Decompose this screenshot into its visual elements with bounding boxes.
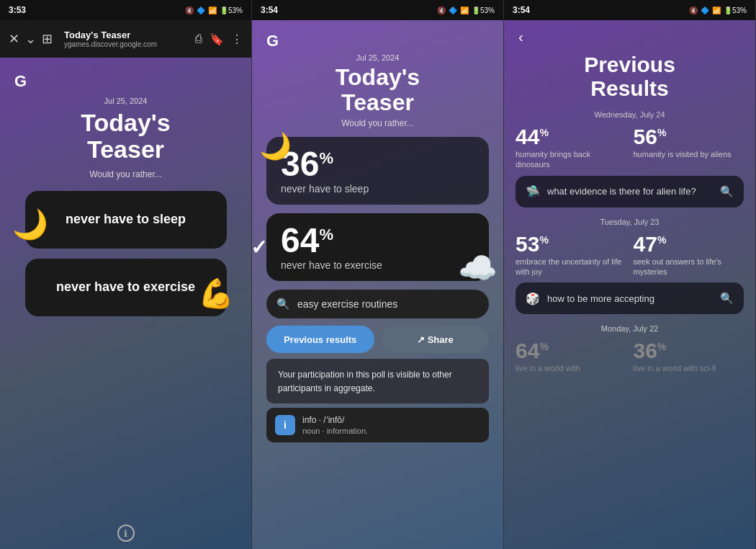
- chevron-down-icon[interactable]: ⌄: [25, 31, 36, 47]
- search-bar-2[interactable]: 🔍 easy exercise routines: [266, 290, 489, 318]
- toolbar-right: ⎙ 🔖 ⋮: [195, 32, 243, 46]
- stat-box-tue-1: 53% embrace the uncertainty of life with…: [516, 232, 626, 277]
- result-stats-mon: 64% live in a world with 36% live in a w…: [516, 339, 744, 373]
- dice-icon: 🎲: [526, 292, 540, 305]
- search-icon-tue: 🔍: [720, 292, 734, 305]
- status-icons-3: 🔇 🔷 📶 🔋53%: [689, 6, 747, 14]
- exercise-cloud-emoji: ☁️: [458, 249, 498, 287]
- day-section-wed: Wednesday, July 24 44% humanity brings b…: [516, 110, 744, 207]
- vote-label-2: never have to exercise: [281, 259, 382, 271]
- vote-percent-2: 64%: [281, 223, 333, 258]
- panel-3-content: PreviousResults Wednesday, July 24 44% h…: [504, 45, 755, 549]
- time-2: 3:54: [261, 5, 278, 15]
- result-stats-wed: 44% humanity brings back dinosaurs 56% h…: [516, 125, 744, 170]
- sleep-emoji: 🌙: [12, 207, 48, 241]
- stat-percent-tue-2: 47%: [634, 232, 744, 256]
- result-stats-tue: 53% embrace the uncertainty of life with…: [516, 232, 744, 277]
- menu-icon[interactable]: ⋮: [231, 32, 243, 46]
- option-card-2[interactable]: never have to exercise 💪: [25, 259, 227, 316]
- alien-icon: 🛸: [526, 184, 540, 198]
- bookmark-icon[interactable]: 🔖: [210, 32, 224, 46]
- toolbar-1: ✕ ⌄ ⊞ Today's Teaser ygames.discover.goo…: [0, 20, 251, 58]
- dict-icon: i: [275, 415, 295, 435]
- exercise-emoji: 💪: [198, 277, 234, 311]
- back-button[interactable]: ‹: [518, 29, 523, 45]
- share-button[interactable]: ↗ Share: [382, 326, 490, 353]
- google-logo-1: G: [14, 72, 27, 91]
- stat-box-tue-2: 47% seek out answers to life's mysteries: [634, 232, 744, 277]
- tooltip-box: Your participation in this poll is visib…: [266, 359, 489, 403]
- dictionary-bar[interactable]: i info · /ˈinfō/ noun · information.: [266, 408, 489, 442]
- option-1-text: never have to sleep: [66, 212, 186, 227]
- vote-card-2[interactable]: ✓ 64% never have to exercise ☁️: [266, 213, 489, 281]
- day-section-tue: Tuesday, July 23 53% embrace the uncerta…: [516, 218, 744, 315]
- search-text-2: easy exercise routines: [297, 298, 397, 310]
- result-search-wed[interactable]: 🛸 what evidence is there for alien life?…: [516, 176, 744, 207]
- panel-3: 3:54 🔇 🔷 📶 🔋53% ‹ PreviousResults Wednes…: [504, 0, 756, 549]
- teaser-title-1: Today's Teaser: [81, 110, 171, 164]
- status-icons-1: 🔇 🔷 📶 🔋53%: [185, 6, 243, 14]
- dict-info: info · /ˈinfō/ noun · information.: [302, 415, 368, 435]
- time-3: 3:54: [513, 5, 530, 15]
- search-icon-2: 🔍: [276, 298, 290, 311]
- stat-percent-wed-1: 44%: [516, 125, 626, 149]
- stat-box-wed-2: 56% humanity is visited by aliens: [634, 125, 744, 170]
- tabs-icon[interactable]: ⊞: [42, 31, 53, 47]
- day-label-mon: Monday, July 22: [516, 324, 744, 333]
- result-search-text-wed: what evidence is there for alien life?: [547, 186, 713, 197]
- stat-label-wed-1: humanity brings back dinosaurs: [516, 149, 626, 170]
- dict-word: info · /ˈinfō/: [302, 415, 368, 427]
- url-block: Today's Teaser ygames.discover.google.co…: [64, 30, 184, 48]
- panel-1-content: G Jul 25, 2024 Today's Teaser Would you …: [0, 58, 251, 525]
- stat-label-mon-2: live in a world with sci-fi: [634, 363, 744, 373]
- time-1: 3:53: [9, 5, 26, 15]
- result-search-tue[interactable]: 🎲 how to be more accepting 🔍: [516, 282, 744, 314]
- previous-results-title: PreviousResults: [516, 53, 744, 100]
- panel-1: 3:53 🔇 🔷 📶 🔋53% ✕ ⌄ ⊞ Today's Teaser yga…: [0, 0, 252, 549]
- moon-emoji: 🌙: [259, 131, 292, 161]
- toolbar-url: ygames.discover.google.com: [64, 40, 184, 48]
- stat-percent-mon-2: 36%: [634, 339, 744, 363]
- stat-label-wed-2: humanity is visited by aliens: [634, 149, 744, 159]
- close-icon[interactable]: ✕: [9, 31, 19, 47]
- day-label-wed: Wednesday, July 24: [516, 110, 744, 119]
- google-logo-2: G: [266, 32, 279, 50]
- stat-label-tue-1: embrace the uncertainty of life with joy: [516, 256, 626, 277]
- stat-percent-wed-2: 56%: [634, 125, 744, 149]
- date-label-2: Jul 25, 2024: [356, 53, 400, 62]
- panel-2-content: G Jul 25, 2024 Today's Teaser Would you …: [252, 20, 503, 549]
- day-section-mon: Monday, July 22 64% live in a world with…: [516, 324, 744, 373]
- previous-results-button[interactable]: Previous results: [266, 326, 374, 353]
- panel-3-header: ‹: [504, 20, 755, 45]
- share-icon[interactable]: ⎙: [195, 32, 202, 46]
- vote-card-1[interactable]: 🌙 36% never have to sleep: [266, 137, 489, 205]
- share-arrow-icon: ↗: [417, 334, 425, 345]
- stat-label-tue-2: seek out answers to life's mysteries: [634, 256, 744, 277]
- day-label-tue: Tuesday, July 23: [516, 218, 744, 226]
- tooltip-text: Your participation in this poll is visib…: [278, 370, 452, 393]
- option-card-1[interactable]: 🌙 never have to sleep: [25, 191, 227, 249]
- result-search-text-tue: how to be more accepting: [547, 293, 713, 304]
- panel-1-footer: ℹ: [0, 525, 251, 549]
- selected-checkmark: ✓: [252, 236, 267, 259]
- stat-percent-mon-1: 64%: [516, 339, 626, 363]
- option-2-text: never have to exercise: [56, 280, 195, 295]
- stat-box-wed-1: 44% humanity brings back dinosaurs: [516, 125, 626, 170]
- action-buttons: Previous results ↗ Share: [266, 326, 489, 353]
- status-bar-3: 3:54 🔇 🔷 📶 🔋53%: [504, 0, 755, 20]
- stat-percent-tue-1: 53%: [516, 232, 626, 256]
- status-bar-2: 3:54 🔇 🔷 📶 🔋53%: [252, 0, 503, 20]
- status-icons-2: 🔇 🔷 📶 🔋53%: [437, 6, 495, 14]
- vote-label-1: never have to sleep: [281, 183, 369, 195]
- would-you-1: Would you rather...: [89, 169, 162, 179]
- toolbar-title: Today's Teaser: [64, 30, 184, 40]
- status-bar-1: 3:53 🔇 🔷 📶 🔋53%: [0, 0, 251, 20]
- teaser-title-2: Today's Teaser: [336, 65, 420, 115]
- stat-label-mon-1: live in a world with: [516, 363, 626, 373]
- panel-2: 3:54 🔇 🔷 📶 🔋53% G Jul 25, 2024 Today's T…: [252, 0, 504, 549]
- dict-def: noun · information.: [302, 427, 368, 435]
- info-button-1[interactable]: ℹ: [117, 525, 135, 542]
- stat-box-mon-2: 36% live in a world with sci-fi: [634, 339, 744, 373]
- stat-box-mon-1: 64% live in a world with: [516, 339, 626, 373]
- date-label-1: Jul 25, 2024: [104, 97, 148, 105]
